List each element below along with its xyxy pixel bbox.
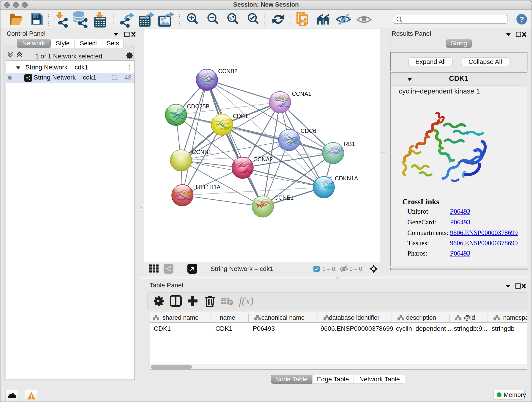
svg-text:CDKN1A: CDKN1A bbox=[335, 175, 358, 182]
svg-text:description: description bbox=[406, 314, 436, 321]
svg-text:CCNA2: CCNA2 bbox=[253, 156, 273, 162]
svg-text:database identifier: database identifier bbox=[329, 314, 380, 321]
svg-text:CDK1: CDK1 bbox=[233, 113, 248, 119]
svg-text:CDC25B: CDC25B bbox=[187, 103, 210, 109]
svg-text:namespace: namespace bbox=[503, 314, 527, 321]
svg-text:CCNB1: CCNB1 bbox=[192, 149, 211, 155]
svg-text:CCNB2: CCNB2 bbox=[218, 68, 238, 74]
svg-text:HIST1H1A: HIST1H1A bbox=[193, 184, 221, 190]
svg-text:name: name bbox=[220, 314, 235, 321]
svg-text:shared name: shared name bbox=[162, 314, 199, 321]
svg-text:@id: @id bbox=[464, 314, 475, 321]
svg-text:CCNA1: CCNA1 bbox=[292, 90, 311, 97]
svg-text:canonical name: canonical name bbox=[261, 314, 304, 321]
svg-text:RB1: RB1 bbox=[344, 141, 355, 147]
svg-text:CCNE1: CCNE1 bbox=[274, 194, 294, 201]
svg-text:CDC6: CDC6 bbox=[301, 128, 316, 134]
svg-text:f(x): f(x) bbox=[239, 295, 254, 307]
